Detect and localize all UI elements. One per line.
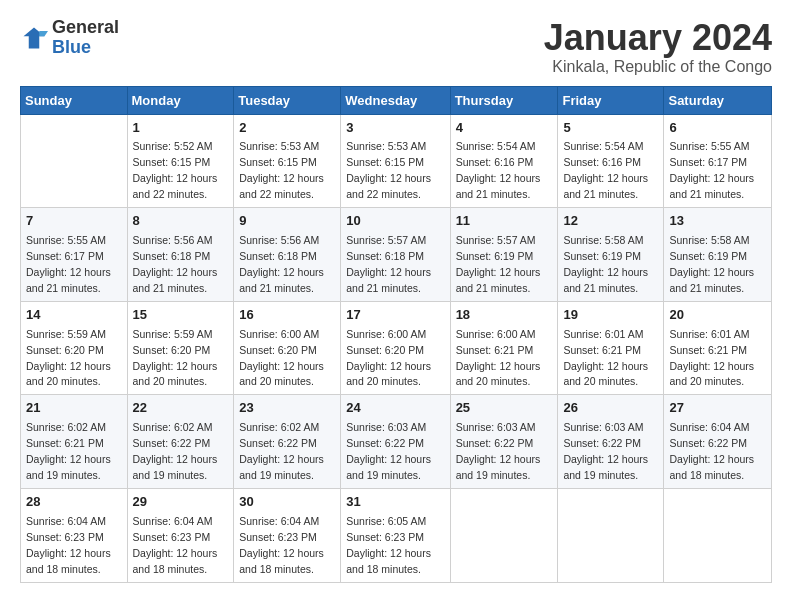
day-info: Sunrise: 6:01 AM Sunset: 6:21 PM Dayligh… bbox=[563, 328, 648, 388]
day-info: Sunrise: 5:53 AM Sunset: 6:15 PM Dayligh… bbox=[346, 140, 431, 200]
day-number: 16 bbox=[239, 306, 335, 325]
day-info: Sunrise: 6:00 AM Sunset: 6:21 PM Dayligh… bbox=[456, 328, 541, 388]
header-cell-tuesday: Tuesday bbox=[234, 86, 341, 114]
day-cell: 3Sunrise: 5:53 AM Sunset: 6:15 PM Daylig… bbox=[341, 114, 450, 208]
logo-text: General Blue bbox=[52, 18, 119, 58]
day-cell bbox=[450, 488, 558, 582]
day-cell: 17Sunrise: 6:00 AM Sunset: 6:20 PM Dayli… bbox=[341, 301, 450, 395]
day-number: 3 bbox=[346, 119, 444, 138]
day-info: Sunrise: 5:52 AM Sunset: 6:15 PM Dayligh… bbox=[133, 140, 218, 200]
calendar-table: SundayMondayTuesdayWednesdayThursdayFrid… bbox=[20, 86, 772, 583]
day-info: Sunrise: 6:04 AM Sunset: 6:22 PM Dayligh… bbox=[669, 421, 754, 481]
day-cell: 10Sunrise: 5:57 AM Sunset: 6:18 PM Dayli… bbox=[341, 208, 450, 302]
header-cell-sunday: Sunday bbox=[21, 86, 128, 114]
day-number: 23 bbox=[239, 399, 335, 418]
day-cell: 6Sunrise: 5:55 AM Sunset: 6:17 PM Daylig… bbox=[664, 114, 772, 208]
day-info: Sunrise: 5:58 AM Sunset: 6:19 PM Dayligh… bbox=[669, 234, 754, 294]
page: General Blue January 2024 Kinkala, Repub… bbox=[0, 0, 792, 612]
day-cell: 8Sunrise: 5:56 AM Sunset: 6:18 PM Daylig… bbox=[127, 208, 234, 302]
day-number: 21 bbox=[26, 399, 122, 418]
day-info: Sunrise: 6:03 AM Sunset: 6:22 PM Dayligh… bbox=[456, 421, 541, 481]
day-number: 27 bbox=[669, 399, 766, 418]
day-info: Sunrise: 5:56 AM Sunset: 6:18 PM Dayligh… bbox=[239, 234, 324, 294]
header-area: General Blue January 2024 Kinkala, Repub… bbox=[20, 18, 772, 76]
day-cell: 23Sunrise: 6:02 AM Sunset: 6:22 PM Dayli… bbox=[234, 395, 341, 489]
day-number: 7 bbox=[26, 212, 122, 231]
day-info: Sunrise: 6:01 AM Sunset: 6:21 PM Dayligh… bbox=[669, 328, 754, 388]
day-cell: 2Sunrise: 5:53 AM Sunset: 6:15 PM Daylig… bbox=[234, 114, 341, 208]
day-info: Sunrise: 5:56 AM Sunset: 6:18 PM Dayligh… bbox=[133, 234, 218, 294]
week-row-3: 14Sunrise: 5:59 AM Sunset: 6:20 PM Dayli… bbox=[21, 301, 772, 395]
header-cell-saturday: Saturday bbox=[664, 86, 772, 114]
day-number: 22 bbox=[133, 399, 229, 418]
day-number: 18 bbox=[456, 306, 553, 325]
day-number: 2 bbox=[239, 119, 335, 138]
day-info: Sunrise: 6:02 AM Sunset: 6:22 PM Dayligh… bbox=[239, 421, 324, 481]
day-number: 31 bbox=[346, 493, 444, 512]
day-number: 12 bbox=[563, 212, 658, 231]
day-cell: 21Sunrise: 6:02 AM Sunset: 6:21 PM Dayli… bbox=[21, 395, 128, 489]
day-cell: 22Sunrise: 6:02 AM Sunset: 6:22 PM Dayli… bbox=[127, 395, 234, 489]
header-cell-thursday: Thursday bbox=[450, 86, 558, 114]
svg-marker-1 bbox=[39, 31, 48, 36]
day-number: 26 bbox=[563, 399, 658, 418]
day-cell: 19Sunrise: 6:01 AM Sunset: 6:21 PM Dayli… bbox=[558, 301, 664, 395]
day-info: Sunrise: 6:04 AM Sunset: 6:23 PM Dayligh… bbox=[133, 515, 218, 575]
day-number: 10 bbox=[346, 212, 444, 231]
day-number: 5 bbox=[563, 119, 658, 138]
day-cell: 29Sunrise: 6:04 AM Sunset: 6:23 PM Dayli… bbox=[127, 488, 234, 582]
day-info: Sunrise: 5:57 AM Sunset: 6:18 PM Dayligh… bbox=[346, 234, 431, 294]
day-info: Sunrise: 6:04 AM Sunset: 6:23 PM Dayligh… bbox=[239, 515, 324, 575]
day-cell bbox=[21, 114, 128, 208]
day-number: 24 bbox=[346, 399, 444, 418]
location-title: Kinkala, Republic of the Congo bbox=[544, 58, 772, 76]
calendar-header-row: SundayMondayTuesdayWednesdayThursdayFrid… bbox=[21, 86, 772, 114]
month-title: January 2024 bbox=[544, 18, 772, 58]
day-info: Sunrise: 6:04 AM Sunset: 6:23 PM Dayligh… bbox=[26, 515, 111, 575]
day-number: 1 bbox=[133, 119, 229, 138]
week-row-2: 7Sunrise: 5:55 AM Sunset: 6:17 PM Daylig… bbox=[21, 208, 772, 302]
week-row-4: 21Sunrise: 6:02 AM Sunset: 6:21 PM Dayli… bbox=[21, 395, 772, 489]
logo: General Blue bbox=[20, 18, 119, 58]
day-cell: 7Sunrise: 5:55 AM Sunset: 6:17 PM Daylig… bbox=[21, 208, 128, 302]
day-info: Sunrise: 5:54 AM Sunset: 6:16 PM Dayligh… bbox=[563, 140, 648, 200]
day-cell: 4Sunrise: 5:54 AM Sunset: 6:16 PM Daylig… bbox=[450, 114, 558, 208]
day-number: 17 bbox=[346, 306, 444, 325]
day-cell: 27Sunrise: 6:04 AM Sunset: 6:22 PM Dayli… bbox=[664, 395, 772, 489]
week-row-1: 1Sunrise: 5:52 AM Sunset: 6:15 PM Daylig… bbox=[21, 114, 772, 208]
day-info: Sunrise: 6:02 AM Sunset: 6:22 PM Dayligh… bbox=[133, 421, 218, 481]
day-cell: 11Sunrise: 5:57 AM Sunset: 6:19 PM Dayli… bbox=[450, 208, 558, 302]
day-cell bbox=[664, 488, 772, 582]
day-info: Sunrise: 5:55 AM Sunset: 6:17 PM Dayligh… bbox=[669, 140, 754, 200]
title-block: January 2024 Kinkala, Republic of the Co… bbox=[544, 18, 772, 76]
day-cell: 28Sunrise: 6:04 AM Sunset: 6:23 PM Dayli… bbox=[21, 488, 128, 582]
day-cell: 1Sunrise: 5:52 AM Sunset: 6:15 PM Daylig… bbox=[127, 114, 234, 208]
day-info: Sunrise: 6:00 AM Sunset: 6:20 PM Dayligh… bbox=[346, 328, 431, 388]
day-info: Sunrise: 6:02 AM Sunset: 6:21 PM Dayligh… bbox=[26, 421, 111, 481]
day-info: Sunrise: 5:53 AM Sunset: 6:15 PM Dayligh… bbox=[239, 140, 324, 200]
svg-marker-0 bbox=[24, 27, 45, 48]
day-info: Sunrise: 6:05 AM Sunset: 6:23 PM Dayligh… bbox=[346, 515, 431, 575]
day-cell: 9Sunrise: 5:56 AM Sunset: 6:18 PM Daylig… bbox=[234, 208, 341, 302]
day-cell: 12Sunrise: 5:58 AM Sunset: 6:19 PM Dayli… bbox=[558, 208, 664, 302]
day-number: 25 bbox=[456, 399, 553, 418]
day-number: 6 bbox=[669, 119, 766, 138]
day-number: 14 bbox=[26, 306, 122, 325]
day-info: Sunrise: 5:59 AM Sunset: 6:20 PM Dayligh… bbox=[133, 328, 218, 388]
day-cell: 20Sunrise: 6:01 AM Sunset: 6:21 PM Dayli… bbox=[664, 301, 772, 395]
day-number: 29 bbox=[133, 493, 229, 512]
day-cell: 31Sunrise: 6:05 AM Sunset: 6:23 PM Dayli… bbox=[341, 488, 450, 582]
day-info: Sunrise: 6:00 AM Sunset: 6:20 PM Dayligh… bbox=[239, 328, 324, 388]
day-number: 28 bbox=[26, 493, 122, 512]
day-info: Sunrise: 6:03 AM Sunset: 6:22 PM Dayligh… bbox=[346, 421, 431, 481]
day-cell: 26Sunrise: 6:03 AM Sunset: 6:22 PM Dayli… bbox=[558, 395, 664, 489]
day-info: Sunrise: 5:57 AM Sunset: 6:19 PM Dayligh… bbox=[456, 234, 541, 294]
header-cell-monday: Monday bbox=[127, 86, 234, 114]
day-cell bbox=[558, 488, 664, 582]
day-info: Sunrise: 5:54 AM Sunset: 6:16 PM Dayligh… bbox=[456, 140, 541, 200]
day-number: 30 bbox=[239, 493, 335, 512]
day-cell: 25Sunrise: 6:03 AM Sunset: 6:22 PM Dayli… bbox=[450, 395, 558, 489]
day-number: 20 bbox=[669, 306, 766, 325]
day-number: 8 bbox=[133, 212, 229, 231]
day-info: Sunrise: 5:55 AM Sunset: 6:17 PM Dayligh… bbox=[26, 234, 111, 294]
